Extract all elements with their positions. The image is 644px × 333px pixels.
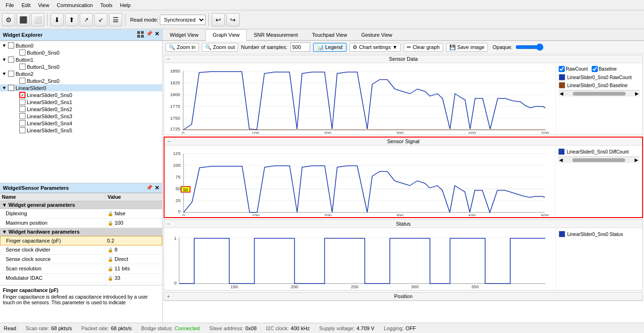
sensor-data-scrollbar[interactable]: ◀ ▶ (559, 90, 640, 97)
graph-toolbar: 🔍 Zoom in 🔍 Zoom out Number of samples: … (163, 41, 644, 54)
menu-file[interactable]: File (2, 1, 18, 9)
tree-item-LinearSlider0_Sns5[interactable]: ▶ LinearSlider0_Sns5 (0, 127, 162, 134)
zoom-out-label: Zoom out (213, 44, 235, 50)
checkbox-LinearSlider0[interactable] (8, 85, 14, 91)
tree-item-LinearSlider0_Sns1[interactable]: ▶ LinearSlider0_Sns1 (0, 98, 162, 106)
pause-button[interactable]: ⬜ (31, 13, 44, 26)
grid-icon (137, 31, 144, 38)
scroll-left2[interactable]: ◀ (559, 157, 563, 162)
redo-button[interactable]: ↪ (226, 13, 239, 26)
param-max-position[interactable]: Maximum position 🔒 100 (0, 219, 162, 228)
svg-text:500: 500 (541, 213, 549, 216)
tree-item-LinearSlider0_Sns0[interactable]: ▶ ✓ LinearSlider0_Sns0 (0, 91, 162, 98)
tree-item-LinearSlider0_Sns3[interactable]: ▶ LinearSlider0_Sns3 (0, 113, 162, 120)
param-scan-res[interactable]: Scan resolution 🔒 11 bits (0, 264, 162, 274)
checkbox-Button2_Sns0[interactable] (19, 78, 25, 84)
tab-graph-view[interactable]: Graph View (206, 29, 247, 41)
tab-touchpad[interactable]: Touchpad View (305, 29, 354, 40)
read-mode-select[interactable]: Synchronized Fast Slow (160, 15, 206, 25)
checkbox-Button2[interactable] (8, 71, 14, 77)
legend-icon: 📊 (317, 44, 324, 50)
tree-label-Button0: Button0 (16, 43, 33, 49)
menu-view[interactable]: View (34, 1, 53, 9)
export-button[interactable]: ↗ (80, 13, 93, 26)
checkbox-LinearSlider0_Sns1[interactable] (19, 99, 25, 105)
scroll-right[interactable]: ▶ (635, 91, 639, 96)
menu-communication[interactable]: Communication (53, 1, 96, 9)
rawcount-checkbox[interactable] (559, 66, 565, 72)
tree-item-Button1[interactable]: ▼ Button1 (0, 56, 162, 63)
param-diplexing-name: Diplexing (0, 209, 106, 218)
pin-icon[interactable]: 📌 (146, 31, 153, 39)
baseline-checkbox[interactable] (592, 66, 598, 72)
tree-item-Button1_Sns0[interactable]: ▶ Button1_Sns0 (0, 63, 162, 70)
checkbox-LinearSlider0_Sns4[interactable] (19, 120, 25, 126)
status-legend: LinearSlider0_Sns0 Status (555, 228, 643, 290)
status-collapse[interactable]: − (167, 221, 170, 227)
stop-button[interactable]: ⬛ (17, 13, 30, 26)
tree-item-LinearSlider0[interactable]: ▼ LinearSlider0 (0, 84, 162, 91)
param-finger-cap[interactable]: Finger capacitance (pF) 0.2 (0, 236, 162, 245)
tree-item-Button2[interactable]: ▼ Button2 (0, 70, 162, 77)
scroll-right2[interactable]: ▶ (635, 157, 638, 162)
tab-gesture[interactable]: Gesture View (354, 29, 399, 40)
save-button[interactable]: ⬇ (50, 13, 64, 26)
rawcount-legend-check[interactable]: RawCount (559, 66, 588, 72)
menu-tools[interactable]: Tools (97, 1, 116, 9)
legend-diffcount: LinearSlider0_Sns0 DiffCount (558, 148, 639, 155)
tree-item-Button0_Sns0[interactable]: ▶ Button0_Sns0 (0, 49, 162, 56)
settings-button[interactable]: ⚙ (2, 13, 15, 26)
tab-widget-view[interactable]: Widget View (163, 29, 206, 40)
samples-input[interactable] (290, 42, 310, 52)
checkbox-Button1[interactable] (8, 57, 14, 63)
svg-rect-1 (141, 31, 144, 34)
opaque-slider[interactable] (515, 43, 544, 51)
tree-item-LinearSlider0_Sns4[interactable]: ▶ LinearSlider0_Sns4 (0, 120, 162, 127)
sep3 (208, 14, 209, 26)
section-general-expand[interactable]: ▼ (2, 202, 8, 208)
chart-settings-button[interactable]: ⚙ Chart settings ▼ (349, 43, 401, 52)
params-pin-icon[interactable]: 📌 (146, 185, 153, 191)
legend-button[interactable]: 📊 Legend (313, 43, 347, 52)
checkbox-LinearSlider0_Sns5[interactable] (19, 127, 25, 133)
tree-item-Button2_Sns0[interactable]: ▶ Button2_Sns0 (0, 77, 162, 84)
tree-label-Button1: Button1 (16, 57, 33, 63)
tree-item-LinearSlider0_Sns2[interactable]: ▶ LinearSlider0_Sns2 (0, 106, 162, 113)
param-finger-cap-value[interactable]: 0.2 (105, 236, 162, 245)
section-hardware-expand[interactable]: ▼ (2, 229, 8, 235)
import-button[interactable]: ↙ (94, 13, 107, 26)
params-close-icon[interactable]: ✕ (155, 185, 159, 191)
checkbox-LinearSlider0_Sns3[interactable] (19, 113, 25, 119)
save-image-button[interactable]: 💾 Save image (446, 43, 488, 52)
menu-edit[interactable]: Edit (18, 1, 34, 9)
checkbox-Button1_Sns0[interactable] (19, 64, 25, 70)
zoom-out-button[interactable]: 🔍 Zoom out (202, 43, 238, 52)
close-panel-icon[interactable]: ✕ (155, 31, 159, 39)
sensor-signal-collapse[interactable]: − (167, 138, 170, 144)
checkbox-LinearSlider0_Sns0[interactable]: ✓ (19, 92, 25, 98)
param-sense-clock-src[interactable]: Sense clock source 🔒 Direct (0, 255, 162, 264)
list-button[interactable]: ☰ (109, 13, 122, 26)
position-collapse[interactable]: + (167, 293, 170, 299)
zoom-in-button[interactable]: 🔍 Zoom in (165, 43, 199, 52)
checkbox-LinearSlider0_Sns2[interactable] (19, 106, 25, 112)
param-mod-idac[interactable]: Modulator IDAC 🔒 33 (0, 274, 162, 283)
checkbox-Button0_Sns0[interactable] (19, 49, 25, 56)
tree-item-Button0[interactable]: ▼ Button0 (0, 42, 162, 49)
param-diplexing[interactable]: Diplexing 🔒 false (0, 209, 162, 219)
svg-text:25: 25 (175, 198, 181, 203)
undo-button[interactable]: ↩ (212, 13, 225, 26)
sensor-data-collapse[interactable]: − (167, 56, 170, 62)
baseline-legend-check[interactable]: Baseline (592, 66, 617, 72)
scroll-left[interactable]: ◀ (560, 91, 563, 96)
scrollbar-thumb1 (573, 92, 626, 96)
clear-graph-button[interactable]: ✏ Clear graph (404, 43, 443, 52)
param-sense-clock-div[interactable]: Sense clock divider 🔒 8 (0, 245, 162, 255)
status-svg: 1 0 150 200 250 300 (164, 228, 555, 289)
menu-help[interactable]: Help (116, 1, 134, 9)
sensor-signal-scrollbar[interactable]: ◀ ▶ (558, 156, 639, 163)
checkbox-Button0[interactable] (8, 42, 14, 49)
load-button[interactable]: ⬆ (65, 13, 78, 26)
tab-snr[interactable]: SNR Measurement (247, 29, 305, 40)
i2c-value: 400 kHz (291, 325, 310, 331)
